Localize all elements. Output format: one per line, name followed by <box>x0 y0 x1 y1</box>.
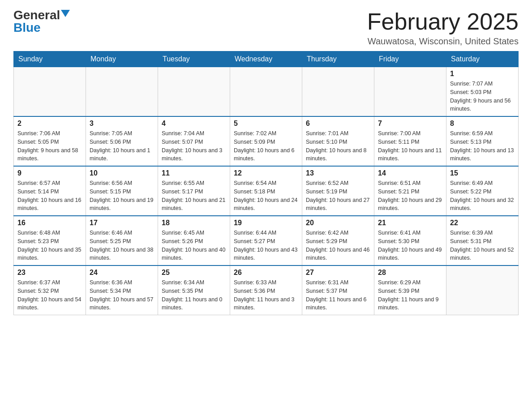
logo-blue-text: Blue <box>13 21 41 34</box>
day-info: Sunrise: 6:36 AM Sunset: 5:34 PM Dayligh… <box>90 278 154 312</box>
day-number: 19 <box>234 219 298 227</box>
calendar-cell <box>14 67 86 117</box>
header-monday: Monday <box>86 51 158 67</box>
calendar-cell: 21Sunrise: 6:41 AM Sunset: 5:30 PM Dayli… <box>374 216 446 265</box>
calendar-cell: 5Sunrise: 7:02 AM Sunset: 5:09 PM Daylig… <box>230 116 302 166</box>
day-number: 8 <box>450 120 515 128</box>
calendar-cell: 17Sunrise: 6:46 AM Sunset: 5:25 PM Dayli… <box>86 216 158 265</box>
day-info: Sunrise: 7:06 AM Sunset: 5:05 PM Dayligh… <box>17 129 82 163</box>
day-number: 9 <box>17 169 82 177</box>
calendar-cell: 11Sunrise: 6:55 AM Sunset: 5:17 PM Dayli… <box>158 166 230 216</box>
calendar-cell <box>374 67 446 117</box>
day-number: 7 <box>378 120 442 128</box>
day-number: 18 <box>162 219 226 227</box>
day-info: Sunrise: 6:29 AM Sunset: 5:39 PM Dayligh… <box>378 278 442 312</box>
header-thursday: Thursday <box>302 51 374 67</box>
day-number: 11 <box>162 169 226 177</box>
day-info: Sunrise: 6:59 AM Sunset: 5:13 PM Dayligh… <box>450 129 515 163</box>
calendar-cell <box>230 67 302 117</box>
day-number: 20 <box>306 219 370 227</box>
day-info: Sunrise: 6:42 AM Sunset: 5:29 PM Dayligh… <box>306 229 370 262</box>
day-info: Sunrise: 7:04 AM Sunset: 5:07 PM Dayligh… <box>162 129 226 163</box>
calendar-cell: 7Sunrise: 7:00 AM Sunset: 5:11 PM Daylig… <box>374 116 446 166</box>
header-friday: Friday <box>374 51 446 67</box>
day-number: 5 <box>234 120 298 128</box>
day-number: 10 <box>90 169 154 177</box>
day-number: 17 <box>90 219 154 227</box>
calendar-week-row: 2Sunrise: 7:06 AM Sunset: 5:05 PM Daylig… <box>14 116 519 166</box>
day-info: Sunrise: 6:49 AM Sunset: 5:22 PM Dayligh… <box>450 179 515 213</box>
title-section: February 2025 Wauwatosa, Wisconsin, Unit… <box>367 9 519 47</box>
day-number: 4 <box>162 120 226 128</box>
header-wednesday: Wednesday <box>230 51 302 67</box>
day-number: 13 <box>306 169 370 177</box>
calendar-cell: 16Sunrise: 6:48 AM Sunset: 5:23 PM Dayli… <box>14 216 86 265</box>
calendar-cell: 9Sunrise: 6:57 AM Sunset: 5:14 PM Daylig… <box>14 166 86 216</box>
calendar-subtitle: Wauwatosa, Wisconsin, United States <box>367 36 519 47</box>
day-number: 25 <box>162 269 226 277</box>
day-info: Sunrise: 7:00 AM Sunset: 5:11 PM Dayligh… <box>378 129 442 163</box>
logo-triangle-icon <box>61 10 70 17</box>
day-info: Sunrise: 6:37 AM Sunset: 5:32 PM Dayligh… <box>17 278 82 312</box>
calendar-cell: 6Sunrise: 7:01 AM Sunset: 5:10 PM Daylig… <box>302 116 374 166</box>
header-saturday: Saturday <box>446 51 519 67</box>
calendar-cell: 2Sunrise: 7:06 AM Sunset: 5:05 PM Daylig… <box>14 116 86 166</box>
day-info: Sunrise: 7:01 AM Sunset: 5:10 PM Dayligh… <box>306 129 370 163</box>
day-info: Sunrise: 6:44 AM Sunset: 5:27 PM Dayligh… <box>234 229 298 262</box>
day-info: Sunrise: 6:41 AM Sunset: 5:30 PM Dayligh… <box>378 229 442 262</box>
calendar-cell: 15Sunrise: 6:49 AM Sunset: 5:22 PM Dayli… <box>446 166 519 216</box>
calendar-cell: 25Sunrise: 6:34 AM Sunset: 5:35 PM Dayli… <box>158 265 230 315</box>
calendar-cell: 4Sunrise: 7:04 AM Sunset: 5:07 PM Daylig… <box>158 116 230 166</box>
day-info: Sunrise: 7:07 AM Sunset: 5:03 PM Dayligh… <box>450 80 515 113</box>
day-number: 23 <box>17 269 82 277</box>
calendar-cell <box>158 67 230 117</box>
day-number: 12 <box>234 169 298 177</box>
logo: General Blue <box>13 9 70 34</box>
calendar-cell: 1Sunrise: 7:07 AM Sunset: 5:03 PM Daylig… <box>446 67 519 117</box>
day-info: Sunrise: 6:51 AM Sunset: 5:21 PM Dayligh… <box>378 179 442 213</box>
calendar-cell: 28Sunrise: 6:29 AM Sunset: 5:39 PM Dayli… <box>374 265 446 315</box>
calendar-cell: 3Sunrise: 7:05 AM Sunset: 5:06 PM Daylig… <box>86 116 158 166</box>
day-info: Sunrise: 6:34 AM Sunset: 5:35 PM Dayligh… <box>162 278 226 312</box>
day-info: Sunrise: 6:33 AM Sunset: 5:36 PM Dayligh… <box>234 278 298 312</box>
calendar-header-row: Sunday Monday Tuesday Wednesday Thursday… <box>14 51 519 67</box>
calendar-cell <box>86 67 158 117</box>
day-number: 26 <box>234 269 298 277</box>
calendar-cell: 12Sunrise: 6:54 AM Sunset: 5:18 PM Dayli… <box>230 166 302 216</box>
calendar-week-row: 1Sunrise: 7:07 AM Sunset: 5:03 PM Daylig… <box>14 67 519 117</box>
day-info: Sunrise: 7:05 AM Sunset: 5:06 PM Dayligh… <box>90 129 154 163</box>
day-number: 2 <box>17 120 82 128</box>
calendar-cell: 27Sunrise: 6:31 AM Sunset: 5:37 PM Dayli… <box>302 265 374 315</box>
header-tuesday: Tuesday <box>158 51 230 67</box>
day-number: 27 <box>306 269 370 277</box>
day-number: 3 <box>90 120 154 128</box>
calendar-cell: 22Sunrise: 6:39 AM Sunset: 5:31 PM Dayli… <box>446 216 519 265</box>
day-info: Sunrise: 6:52 AM Sunset: 5:19 PM Dayligh… <box>306 179 370 213</box>
calendar-cell: 20Sunrise: 6:42 AM Sunset: 5:29 PM Dayli… <box>302 216 374 265</box>
day-info: Sunrise: 6:48 AM Sunset: 5:23 PM Dayligh… <box>17 229 82 262</box>
calendar-cell: 19Sunrise: 6:44 AM Sunset: 5:27 PM Dayli… <box>230 216 302 265</box>
day-info: Sunrise: 6:55 AM Sunset: 5:17 PM Dayligh… <box>162 179 226 213</box>
calendar-cell: 26Sunrise: 6:33 AM Sunset: 5:36 PM Dayli… <box>230 265 302 315</box>
logo-general-text: General <box>13 9 60 21</box>
day-info: Sunrise: 6:39 AM Sunset: 5:31 PM Dayligh… <box>450 229 515 262</box>
calendar-cell: 14Sunrise: 6:51 AM Sunset: 5:21 PM Dayli… <box>374 166 446 216</box>
day-info: Sunrise: 7:02 AM Sunset: 5:09 PM Dayligh… <box>234 129 298 163</box>
day-info: Sunrise: 6:57 AM Sunset: 5:14 PM Dayligh… <box>17 179 82 213</box>
day-number: 15 <box>450 169 515 177</box>
calendar-cell: 24Sunrise: 6:36 AM Sunset: 5:34 PM Dayli… <box>86 265 158 315</box>
day-number: 28 <box>378 269 442 277</box>
calendar-week-row: 9Sunrise: 6:57 AM Sunset: 5:14 PM Daylig… <box>14 166 519 216</box>
day-number: 22 <box>450 219 515 227</box>
calendar-cell: 8Sunrise: 6:59 AM Sunset: 5:13 PM Daylig… <box>446 116 519 166</box>
calendar-cell: 13Sunrise: 6:52 AM Sunset: 5:19 PM Dayli… <box>302 166 374 216</box>
day-info: Sunrise: 6:31 AM Sunset: 5:37 PM Dayligh… <box>306 278 370 312</box>
header-sunday: Sunday <box>14 51 86 67</box>
day-info: Sunrise: 6:45 AM Sunset: 5:26 PM Dayligh… <box>162 229 226 262</box>
calendar-table: Sunday Monday Tuesday Wednesday Thursday… <box>13 51 519 315</box>
calendar-cell: 10Sunrise: 6:56 AM Sunset: 5:15 PM Dayli… <box>86 166 158 216</box>
page-header: General Blue February 2025 Wauwatosa, Wi… <box>13 9 519 47</box>
day-number: 6 <box>306 120 370 128</box>
day-number: 21 <box>378 219 442 227</box>
calendar-week-row: 16Sunrise: 6:48 AM Sunset: 5:23 PM Dayli… <box>14 216 519 265</box>
